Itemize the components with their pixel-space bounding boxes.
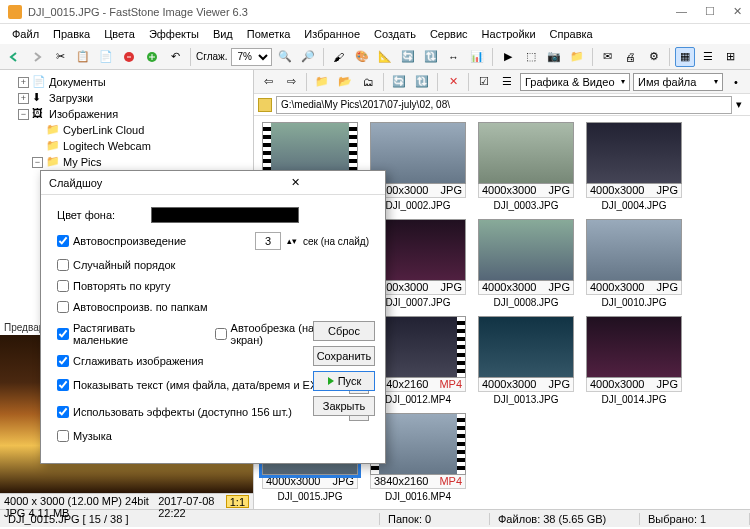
- expand-icon[interactable]: +: [18, 77, 29, 88]
- loop-checkbox[interactable]: Повторять по кругу: [57, 280, 170, 292]
- tool-icon[interactable]: 🖌: [329, 47, 349, 67]
- play-button[interactable]: Пуск: [313, 371, 375, 391]
- list-icon[interactable]: ☰: [497, 72, 517, 92]
- view-detail-icon[interactable]: ⊞: [721, 47, 741, 67]
- tool-icon[interactable]: ↔: [444, 47, 464, 67]
- thumbnail[interactable]: 4000x3000JPG DJI_0003.JPG: [476, 122, 576, 211]
- tool-icon[interactable]: 📐: [375, 47, 395, 67]
- zoom-out-icon[interactable]: 🔎: [298, 47, 318, 67]
- tool-icon[interactable]: 🔃: [421, 47, 441, 67]
- delete-icon[interactable]: [119, 47, 139, 67]
- menu-bar: Файл Правка Цвета Эффекты Вид Пометка Из…: [0, 24, 750, 44]
- close-button[interactable]: ✕: [733, 5, 742, 18]
- tool-icon[interactable]: 📷: [544, 47, 564, 67]
- status-selected: Выбрано: 1: [640, 513, 750, 525]
- check-icon[interactable]: ☑: [474, 72, 494, 92]
- reset-button[interactable]: Сброс: [313, 321, 375, 341]
- nav-fwd-icon[interactable]: [27, 47, 47, 67]
- add-icon[interactable]: [142, 47, 162, 67]
- status-file: DJI_0015.JPG [ 15 / 38 ]: [0, 513, 380, 525]
- menu-file[interactable]: Файл: [6, 26, 45, 42]
- folder-icon: 📁: [46, 123, 60, 137]
- refresh-icon[interactable]: 🔃: [412, 72, 432, 92]
- dialog-close-icon[interactable]: ✕: [213, 176, 377, 189]
- dropdown-icon[interactable]: ▾: [732, 98, 746, 111]
- folder-icon: 📁: [46, 155, 60, 169]
- sort-select[interactable]: Имя файла▾: [633, 73, 723, 91]
- undo-icon[interactable]: ↶: [165, 47, 185, 67]
- cut-icon[interactable]: ✂: [50, 47, 70, 67]
- zoom-ratio: 1:1: [226, 495, 249, 508]
- thumbnail[interactable]: 4000x3000JPG DJI_0010.JPG: [584, 219, 684, 308]
- image-dimensions: 4000 x 3000 (12.00 MP) 24bit JPG 4.11 MB: [4, 495, 150, 508]
- menu-effects[interactable]: Эффекты: [143, 26, 205, 42]
- tool-icon[interactable]: 📁: [567, 47, 587, 67]
- view-list-icon[interactable]: ☰: [698, 47, 718, 67]
- download-icon: ⬇: [32, 91, 46, 105]
- menu-favorites[interactable]: Избранное: [298, 26, 366, 42]
- showtext-checkbox[interactable]: Показывать текст (имя файла, дата/время …: [57, 379, 331, 391]
- tool-icon[interactable]: 🔄: [398, 47, 418, 67]
- random-checkbox[interactable]: Случайный порядок: [57, 259, 175, 271]
- status-folders: Папок: 0: [380, 513, 490, 525]
- stretch-checkbox[interactable]: Растягивать маленькие: [57, 322, 176, 346]
- drive-icon: [258, 98, 272, 112]
- tool-icon[interactable]: 📊: [467, 47, 487, 67]
- nav-fwd-icon[interactable]: ⇨: [281, 72, 301, 92]
- slideshow-icon[interactable]: ▶: [498, 47, 518, 67]
- menu-edit[interactable]: Правка: [47, 26, 96, 42]
- folder-icon: 📄: [32, 75, 46, 89]
- menu-help[interactable]: Справка: [544, 26, 599, 42]
- bgcolor-picker[interactable]: [151, 207, 299, 223]
- folder-icon[interactable]: 📂: [335, 72, 355, 92]
- menu-mark[interactable]: Пометка: [241, 26, 297, 42]
- thumbnail[interactable]: 4000x3000JPG DJI_0013.JPG: [476, 316, 576, 405]
- maximize-button[interactable]: ☐: [705, 5, 715, 18]
- menu-view[interactable]: Вид: [207, 26, 239, 42]
- autoplay-checkbox[interactable]: Автовоспроизведение: [57, 235, 186, 247]
- collapse-icon[interactable]: −: [18, 109, 29, 120]
- settings-icon[interactable]: ⚙: [644, 47, 664, 67]
- refresh-icon[interactable]: 🔄: [389, 72, 409, 92]
- view-thumbs-icon[interactable]: ▦: [675, 47, 695, 67]
- tool-icon[interactable]: 🎨: [352, 47, 372, 67]
- thumbnail[interactable]: 4000x3000JPG DJI_0004.JPG: [584, 122, 684, 211]
- slideshow-dialog: Слайдшоу ✕ Цвет фона: Автовоспроизведени…: [40, 170, 386, 464]
- filter-select[interactable]: Графика & Видео▾: [520, 73, 630, 91]
- save-button[interactable]: Сохранить: [313, 346, 375, 366]
- minimize-button[interactable]: —: [676, 5, 687, 18]
- print-icon[interactable]: 🖨: [621, 47, 641, 67]
- folder-icon: 📁: [46, 139, 60, 153]
- delete-icon[interactable]: ✕: [443, 72, 463, 92]
- menu-create[interactable]: Создать: [368, 26, 422, 42]
- effects-checkbox[interactable]: Использовать эффекты (доступно 156 шт.): [57, 406, 292, 418]
- menu-service[interactable]: Сервис: [424, 26, 474, 42]
- window-title: DJI_0015.JPG - FastStone Image Viewer 6.…: [28, 6, 676, 18]
- folder-icon[interactable]: 🗂: [358, 72, 378, 92]
- copy-icon[interactable]: 📋: [73, 47, 93, 67]
- thumbnail[interactable]: 4000x3000JPG DJI_0008.JPG: [476, 219, 576, 308]
- zoom-select[interactable]: 7%: [231, 48, 272, 66]
- seconds-input[interactable]: [255, 232, 281, 250]
- email-icon[interactable]: ✉: [598, 47, 618, 67]
- smooth-checkbox[interactable]: Сглаживать изображения: [57, 355, 204, 367]
- sort-dir-icon[interactable]: •: [726, 72, 746, 92]
- smooth-label: Сглаж.: [196, 51, 228, 62]
- collapse-icon[interactable]: −: [32, 157, 43, 168]
- address-input[interactable]: [276, 96, 732, 114]
- nav-back-icon[interactable]: [4, 47, 24, 67]
- close-button[interactable]: Закрыть: [313, 396, 375, 416]
- dialog-title: Слайдшоу: [49, 177, 213, 189]
- expand-icon[interactable]: +: [18, 93, 29, 104]
- compare-icon[interactable]: ⬚: [521, 47, 541, 67]
- autofolders-checkbox[interactable]: Автовоспроизв. по папкам: [57, 301, 208, 313]
- zoom-in-icon[interactable]: 🔍: [275, 47, 295, 67]
- nav-back-icon[interactable]: ⇦: [258, 72, 278, 92]
- folder-icon[interactable]: 📁: [312, 72, 332, 92]
- music-checkbox[interactable]: Музыка: [57, 430, 112, 442]
- menu-colors[interactable]: Цвета: [98, 26, 141, 42]
- paste-icon[interactable]: 📄: [96, 47, 116, 67]
- thumbnail[interactable]: 4000x3000JPG DJI_0014.JPG: [584, 316, 684, 405]
- menu-settings[interactable]: Настройки: [476, 26, 542, 42]
- status-files: Файлов: 38 (5.65 GB): [490, 513, 640, 525]
